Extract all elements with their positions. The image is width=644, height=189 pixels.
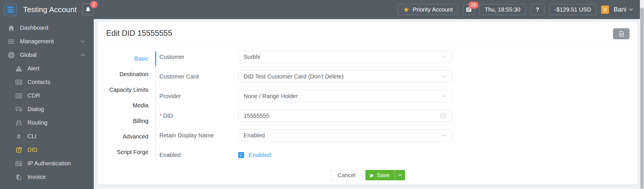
tab-basic[interactable]: Basic bbox=[98, 51, 155, 66]
routing-icon bbox=[15, 119, 23, 127]
file-text-icon bbox=[618, 30, 625, 37]
sidebar-item-label: Alert bbox=[27, 65, 39, 72]
select-value: Surbhi bbox=[244, 54, 443, 60]
contacts-icon bbox=[15, 78, 23, 86]
menu-toggle-button[interactable] bbox=[4, 3, 17, 16]
vertical-scrollbar[interactable] bbox=[640, 0, 644, 189]
sidebar-item-label: Dashboard bbox=[20, 25, 48, 31]
page-title: Edit DID 15555555 bbox=[106, 29, 172, 38]
vertical-tabs: BasicDestinationCapacity LimitsMediaBill… bbox=[98, 51, 156, 160]
user-name: Bani bbox=[614, 6, 626, 13]
checkbox-box[interactable]: ✓ bbox=[238, 152, 244, 158]
sidebar-item-label: Dialog bbox=[27, 106, 44, 113]
chevron-up-icon bbox=[81, 54, 85, 58]
cancel-button[interactable]: Cancel bbox=[331, 170, 363, 180]
cdr-icon bbox=[15, 92, 23, 100]
chevron-down-icon bbox=[442, 133, 446, 136]
chevron-down-icon bbox=[629, 7, 633, 11]
counter-badge[interactable]: 0 bbox=[601, 5, 609, 14]
form-row-retain-display-name: Retain Display NameEnabled bbox=[159, 129, 455, 141]
share-icon bbox=[15, 146, 23, 154]
priority-account-badge[interactable]: ★ Priority Account bbox=[398, 4, 458, 15]
help-button[interactable]: ? bbox=[531, 4, 544, 15]
messages-button[interactable]: 26 bbox=[463, 4, 474, 15]
sidebar-item-label: Invoice bbox=[27, 174, 46, 180]
sidebar-item-label: IP Authentication bbox=[27, 160, 71, 167]
home-icon bbox=[7, 24, 15, 32]
messages-badge: 26 bbox=[468, 1, 479, 9]
save-options-button[interactable] bbox=[395, 170, 405, 180]
dialog-icon bbox=[15, 105, 23, 113]
sidebar-item-label: Routing bbox=[27, 119, 47, 126]
sidebar-item-label: DID bbox=[27, 147, 37, 153]
select-value: Enabled bbox=[244, 132, 443, 139]
sidebar-item-global[interactable]: Global bbox=[0, 48, 94, 62]
sidebar-item-label: Contacts bbox=[27, 79, 50, 85]
chevron-down-icon bbox=[442, 74, 446, 78]
field-label: Enabled bbox=[159, 152, 238, 158]
account-name: Testing Account bbox=[23, 5, 77, 14]
select-provider[interactable]: None / Range Holder bbox=[238, 90, 452, 102]
tab-capacity-limits[interactable]: Capacity Limits bbox=[98, 82, 155, 98]
save-button[interactable]: ▶ Save bbox=[365, 170, 395, 180]
select-retain-display-name[interactable]: Enabled bbox=[238, 129, 452, 141]
save-split-button: ▶ Save bbox=[365, 170, 405, 180]
notifications-badge: 2 bbox=[90, 1, 97, 8]
input-did[interactable]: 15555555 bbox=[238, 110, 452, 122]
card-header: Edit DID 15555555 bbox=[98, 22, 638, 45]
top-header: Testing Account 2 ★ Priority Account 26 bbox=[0, 0, 640, 19]
field-label: Provider bbox=[159, 93, 238, 100]
chevron-down-icon bbox=[442, 54, 446, 58]
field-label: Retain Display Name bbox=[159, 132, 238, 139]
priority-account-label: Priority Account bbox=[413, 6, 453, 13]
field-label: *DID bbox=[159, 113, 238, 119]
select-customer[interactable]: Surbhi bbox=[238, 51, 452, 63]
sidebar-item-contacts[interactable]: Contacts bbox=[0, 75, 94, 89]
tab-script-forge[interactable]: Script Forge bbox=[98, 144, 155, 160]
tab-advanced[interactable]: Advanced bbox=[98, 129, 155, 144]
idcard-icon bbox=[15, 160, 23, 168]
select-value: None / Range Holder bbox=[244, 93, 443, 100]
balance-text: -$129.51 USD bbox=[555, 6, 591, 13]
notifications-button[interactable]: 2 bbox=[82, 3, 93, 16]
balance-display[interactable]: -$129.51 USD bbox=[549, 4, 597, 15]
form-actions: Cancel ▶ Save bbox=[331, 170, 405, 180]
tab-billing[interactable]: Billing bbox=[98, 113, 155, 129]
star-icon: ★ bbox=[403, 6, 409, 13]
list-icon bbox=[7, 38, 15, 46]
checkbox-enabled[interactable]: ✓Enabled bbox=[238, 151, 271, 158]
bell-icon bbox=[85, 6, 91, 13]
sidebar-item-cli[interactable]: #CLI bbox=[0, 130, 94, 143]
sidebar-item-ip-authentication[interactable]: IP Authentication bbox=[0, 157, 94, 170]
header-toolbar: ★ Priority Account 26 Thu, 18:55:30 ? -$… bbox=[398, 0, 632, 19]
sidebar-item-dashboard[interactable]: Dashboard bbox=[0, 21, 94, 35]
select-customer-card[interactable]: DID Test Customer Card (Don't Delete) bbox=[238, 70, 452, 83]
sidebar-item-routing[interactable]: Routing bbox=[0, 116, 94, 130]
select-value: DID Test Customer Card (Don't Delete) bbox=[244, 73, 443, 80]
tab-destination[interactable]: Destination bbox=[98, 66, 155, 82]
sidebar-item-dialog[interactable]: Dialog bbox=[0, 102, 94, 116]
user-menu[interactable]: Bani bbox=[614, 6, 632, 13]
globe-icon bbox=[7, 51, 15, 59]
clock-display[interactable]: Thu, 18:55:30 bbox=[479, 4, 526, 15]
form-row-customer: CustomerSurbhi bbox=[159, 51, 455, 63]
chevron-down-icon bbox=[81, 38, 85, 43]
sidebar-item-alert[interactable]: Alert bbox=[0, 62, 94, 75]
datetime-text: Thu, 18:55:30 bbox=[485, 6, 520, 13]
app-window: Testing Account 2 ★ Priority Account 26 bbox=[0, 0, 644, 189]
sidebar-item-invoice[interactable]: Invoice bbox=[0, 170, 94, 184]
sidebar-item-cdr[interactable]: CDR bbox=[0, 89, 94, 102]
save-label: Save bbox=[377, 172, 390, 179]
form-row-enabled: Enabled✓Enabled bbox=[159, 149, 455, 161]
chevron-down-icon bbox=[398, 173, 402, 176]
scrollbar-thumb[interactable] bbox=[640, 8, 644, 189]
check-circle-icon bbox=[440, 112, 447, 119]
tab-media[interactable]: Media bbox=[98, 98, 155, 113]
sidebar-item-label: CLI bbox=[27, 133, 36, 140]
document-button[interactable] bbox=[613, 28, 630, 39]
sidebar-item-management[interactable]: Management bbox=[0, 35, 94, 48]
input-value: 15555555 bbox=[244, 113, 440, 119]
sidebar-item-did[interactable]: DID bbox=[0, 143, 94, 157]
hamburger-icon bbox=[7, 7, 14, 8]
sidebar-nav: DashboardManagementGlobalAlertContactsCD… bbox=[0, 19, 94, 189]
